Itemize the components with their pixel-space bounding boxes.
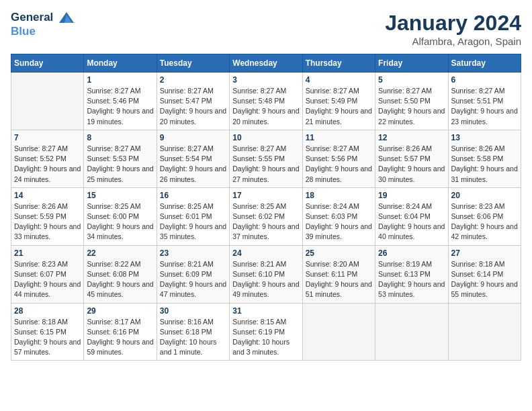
day-info: Sunrise: 8:23 AM Sunset: 6:06 PM Dayligh… bbox=[451, 201, 518, 242]
day-number: 10 bbox=[232, 133, 299, 142]
week-row-2: 7Sunrise: 8:27 AM Sunset: 5:52 PM Daylig… bbox=[11, 130, 521, 187]
day-cell bbox=[448, 303, 521, 361]
day-info: Sunrise: 8:22 AM Sunset: 6:08 PM Dayligh… bbox=[87, 259, 153, 300]
day-cell: 28Sunrise: 8:18 AM Sunset: 6:15 PM Dayli… bbox=[11, 303, 84, 361]
day-number: 20 bbox=[451, 191, 518, 200]
day-number: 26 bbox=[378, 248, 445, 258]
day-info: Sunrise: 8:26 AM Sunset: 5:57 PM Dayligh… bbox=[378, 144, 445, 185]
day-number: 7 bbox=[14, 133, 81, 142]
header-saturday: Saturday bbox=[448, 54, 521, 73]
title-section: January 2024 Alfambra, Aragon, Spain bbox=[385, 11, 521, 47]
day-number: 29 bbox=[87, 306, 153, 316]
logo-icon bbox=[58, 11, 75, 26]
day-cell: 24Sunrise: 8:21 AM Sunset: 6:10 PM Dayli… bbox=[230, 245, 302, 303]
day-number: 3 bbox=[232, 75, 299, 85]
week-row-4: 21Sunrise: 8:23 AM Sunset: 6:07 PM Dayli… bbox=[11, 245, 521, 303]
header-friday: Friday bbox=[375, 54, 448, 73]
day-cell: 3Sunrise: 8:27 AM Sunset: 5:48 PM Daylig… bbox=[230, 73, 302, 130]
day-info: Sunrise: 8:25 AM Sunset: 6:01 PM Dayligh… bbox=[160, 201, 226, 242]
day-cell: 21Sunrise: 8:23 AM Sunset: 6:07 PM Dayli… bbox=[11, 245, 84, 303]
day-number: 12 bbox=[378, 133, 445, 142]
day-number: 23 bbox=[160, 248, 226, 258]
week-row-1: 1Sunrise: 8:27 AM Sunset: 5:46 PM Daylig… bbox=[11, 73, 521, 130]
day-info: Sunrise: 8:27 AM Sunset: 5:56 PM Dayligh… bbox=[306, 144, 372, 185]
day-cell: 2Sunrise: 8:27 AM Sunset: 5:47 PM Daylig… bbox=[157, 73, 229, 130]
day-cell: 18Sunrise: 8:24 AM Sunset: 6:03 PM Dayli… bbox=[302, 187, 375, 245]
logo: General Blue bbox=[11, 11, 75, 38]
day-number: 19 bbox=[378, 191, 445, 200]
day-info: Sunrise: 8:26 AM Sunset: 5:58 PM Dayligh… bbox=[451, 144, 518, 185]
day-number: 13 bbox=[451, 133, 518, 142]
day-cell: 19Sunrise: 8:24 AM Sunset: 6:04 PM Dayli… bbox=[375, 187, 448, 245]
day-number: 2 bbox=[160, 75, 226, 85]
calendar-table: SundayMondayTuesdayWednesdayThursdayFrid… bbox=[11, 54, 521, 361]
day-cell: 10Sunrise: 8:27 AM Sunset: 5:55 PM Dayli… bbox=[230, 130, 302, 187]
day-info: Sunrise: 8:21 AM Sunset: 6:09 PM Dayligh… bbox=[160, 259, 226, 300]
day-info: Sunrise: 8:19 AM Sunset: 6:13 PM Dayligh… bbox=[378, 259, 445, 300]
day-info: Sunrise: 8:20 AM Sunset: 6:11 PM Dayligh… bbox=[306, 259, 372, 300]
header-monday: Monday bbox=[84, 54, 157, 73]
day-number: 1 bbox=[87, 75, 153, 85]
day-number: 17 bbox=[232, 191, 299, 200]
day-number: 24 bbox=[232, 248, 299, 258]
page-header: General Blue January 2024 Alfambra, Arag… bbox=[11, 11, 521, 47]
day-cell: 13Sunrise: 8:26 AM Sunset: 5:58 PM Dayli… bbox=[448, 130, 521, 187]
day-info: Sunrise: 8:25 AM Sunset: 6:02 PM Dayligh… bbox=[232, 201, 299, 242]
day-info: Sunrise: 8:27 AM Sunset: 5:54 PM Dayligh… bbox=[160, 144, 226, 185]
day-info: Sunrise: 8:18 AM Sunset: 6:15 PM Dayligh… bbox=[14, 317, 81, 358]
day-info: Sunrise: 8:27 AM Sunset: 5:55 PM Dayligh… bbox=[232, 144, 299, 185]
day-number: 5 bbox=[378, 75, 445, 85]
day-cell: 11Sunrise: 8:27 AM Sunset: 5:56 PM Dayli… bbox=[302, 130, 375, 187]
day-info: Sunrise: 8:18 AM Sunset: 6:14 PM Dayligh… bbox=[451, 259, 518, 300]
day-number: 18 bbox=[306, 191, 372, 200]
day-number: 6 bbox=[451, 75, 518, 85]
logo-line1: General bbox=[11, 11, 75, 26]
day-info: Sunrise: 8:27 AM Sunset: 5:51 PM Dayligh… bbox=[451, 86, 518, 127]
day-cell bbox=[375, 303, 448, 361]
month-title: January 2024 bbox=[385, 11, 521, 36]
day-cell: 22Sunrise: 8:22 AM Sunset: 6:08 PM Dayli… bbox=[84, 245, 157, 303]
header-thursday: Thursday bbox=[302, 54, 375, 73]
day-cell: 9Sunrise: 8:27 AM Sunset: 5:54 PM Daylig… bbox=[157, 130, 229, 187]
day-info: Sunrise: 8:27 AM Sunset: 5:47 PM Dayligh… bbox=[160, 86, 226, 127]
day-cell: 4Sunrise: 8:27 AM Sunset: 5:49 PM Daylig… bbox=[302, 73, 375, 130]
day-info: Sunrise: 8:16 AM Sunset: 6:18 PM Dayligh… bbox=[160, 317, 226, 358]
day-number: 4 bbox=[306, 75, 372, 85]
day-cell: 26Sunrise: 8:19 AM Sunset: 6:13 PM Dayli… bbox=[375, 245, 448, 303]
day-cell: 31Sunrise: 8:15 AM Sunset: 6:19 PM Dayli… bbox=[230, 303, 302, 361]
day-number: 11 bbox=[306, 133, 372, 142]
day-info: Sunrise: 8:26 AM Sunset: 5:59 PM Dayligh… bbox=[14, 201, 81, 242]
day-cell: 12Sunrise: 8:26 AM Sunset: 5:57 PM Dayli… bbox=[375, 130, 448, 187]
location: Alfambra, Aragon, Spain bbox=[385, 36, 521, 47]
day-cell bbox=[302, 303, 375, 361]
day-number: 30 bbox=[160, 306, 226, 316]
day-cell: 20Sunrise: 8:23 AM Sunset: 6:06 PM Dayli… bbox=[448, 187, 521, 245]
day-number: 21 bbox=[14, 248, 81, 258]
day-info: Sunrise: 8:17 AM Sunset: 6:16 PM Dayligh… bbox=[87, 317, 153, 358]
day-info: Sunrise: 8:27 AM Sunset: 5:52 PM Dayligh… bbox=[14, 144, 81, 185]
header-tuesday: Tuesday bbox=[157, 54, 229, 73]
day-info: Sunrise: 8:27 AM Sunset: 5:50 PM Dayligh… bbox=[378, 86, 445, 127]
day-info: Sunrise: 8:27 AM Sunset: 5:46 PM Dayligh… bbox=[87, 86, 153, 127]
day-cell: 27Sunrise: 8:18 AM Sunset: 6:14 PM Dayli… bbox=[448, 245, 521, 303]
week-row-5: 28Sunrise: 8:18 AM Sunset: 6:15 PM Dayli… bbox=[11, 303, 521, 361]
header-sunday: Sunday bbox=[11, 54, 84, 73]
day-info: Sunrise: 8:24 AM Sunset: 6:04 PM Dayligh… bbox=[378, 201, 445, 242]
day-number: 27 bbox=[451, 248, 518, 258]
day-cell: 15Sunrise: 8:25 AM Sunset: 6:00 PM Dayli… bbox=[84, 187, 157, 245]
logo-line2: Blue bbox=[11, 26, 75, 38]
header-row: SundayMondayTuesdayWednesdayThursdayFrid… bbox=[11, 54, 521, 73]
day-info: Sunrise: 8:24 AM Sunset: 6:03 PM Dayligh… bbox=[306, 201, 372, 242]
day-cell: 23Sunrise: 8:21 AM Sunset: 6:09 PM Dayli… bbox=[157, 245, 229, 303]
day-number: 14 bbox=[14, 191, 81, 200]
day-cell: 16Sunrise: 8:25 AM Sunset: 6:01 PM Dayli… bbox=[157, 187, 229, 245]
day-cell: 30Sunrise: 8:16 AM Sunset: 6:18 PM Dayli… bbox=[157, 303, 229, 361]
day-info: Sunrise: 8:23 AM Sunset: 6:07 PM Dayligh… bbox=[14, 259, 81, 300]
day-cell: 7Sunrise: 8:27 AM Sunset: 5:52 PM Daylig… bbox=[11, 130, 84, 187]
day-info: Sunrise: 8:27 AM Sunset: 5:48 PM Dayligh… bbox=[232, 86, 299, 127]
day-number: 31 bbox=[232, 306, 299, 316]
day-number: 15 bbox=[87, 191, 153, 200]
day-number: 28 bbox=[14, 306, 81, 316]
day-cell: 14Sunrise: 8:26 AM Sunset: 5:59 PM Dayli… bbox=[11, 187, 84, 245]
day-cell: 6Sunrise: 8:27 AM Sunset: 5:51 PM Daylig… bbox=[448, 73, 521, 130]
